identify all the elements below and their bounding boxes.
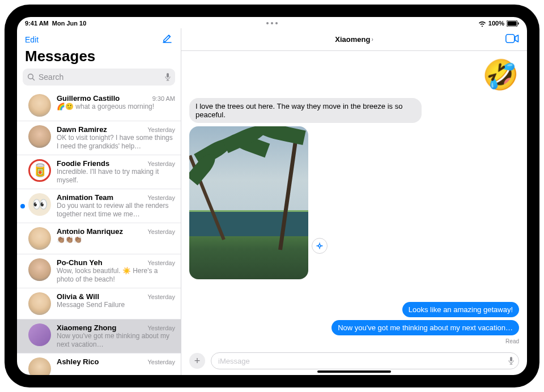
compose-field[interactable]: iMessage [211, 352, 519, 369]
search-field[interactable] [23, 69, 175, 86]
svg-rect-2 [518, 22, 519, 24]
conversation-name: Dawn Ramirez [57, 125, 107, 134]
conversation-list: Guillermo Castillo9:30 AM🌈🙂 what a gorge… [17, 90, 181, 375]
emoji-message: 🤣 [189, 58, 519, 92]
svg-rect-7 [510, 357, 512, 361]
compose-button[interactable] [162, 33, 173, 46]
conversation-row[interactable]: Olivia & WillYesterdayMessage Send Failu… [17, 288, 181, 319]
facetime-button[interactable] [505, 34, 519, 45]
conversation-preview: Now you've got me thinking about my next… [57, 332, 175, 349]
avatar [28, 323, 51, 346]
conversation-name: Xiaomeng Zhong [57, 323, 116, 332]
conversation-row[interactable]: Xiaomeng ZhongYesterdayNow you've got me… [17, 319, 181, 353]
conversation-name: Ashley Rico [57, 357, 99, 366]
main-pane: Xiaomeng › 🤣 I love the trees out here. … [181, 28, 527, 375]
photo-attachment[interactable] [189, 126, 308, 279]
conversation-preview: Wow, looks beautiful. ☀️ Here's a photo … [57, 267, 175, 284]
incoming-bubble: I love the trees out here. The way they … [189, 98, 422, 123]
search-input[interactable] [39, 73, 162, 82]
conversation-preview: OK to visit tonight? I have some things … [57, 134, 175, 151]
avatar [28, 227, 51, 250]
wifi-icon [478, 20, 486, 27]
home-indicator[interactable] [317, 370, 391, 373]
svg-rect-6 [506, 34, 515, 42]
video-icon [505, 34, 519, 43]
edit-button[interactable]: Edit [25, 35, 39, 44]
conversation-row[interactable]: Guillermo Castillo9:30 AM🌈🙂 what a gorge… [17, 90, 181, 121]
conversation-row[interactable]: 👀Animation TeamYesterdayDo you want to r… [17, 189, 181, 223]
dictation-icon[interactable] [508, 357, 514, 365]
conversation-name: Animation Team [57, 193, 113, 202]
avatar [28, 258, 51, 281]
battery-icon [507, 20, 519, 27]
compose-placeholder: iMessage [218, 357, 250, 365]
avatar: 🥫 [28, 159, 51, 182]
add-attachment-button[interactable]: + [189, 353, 205, 369]
conversation-time: Yesterday [147, 160, 175, 167]
conversation-name: Foodie Friends [57, 159, 109, 168]
conversation-header: Xiaomeng › [181, 28, 527, 51]
conversation-time: Yesterday [147, 325, 175, 331]
conversation-row[interactable]: 🥫Foodie FriendsYesterdayIncredible. I'll… [17, 155, 181, 189]
conversation-row[interactable]: Dawn RamirezYesterdayOK to visit tonight… [17, 121, 181, 155]
conversation-time: Yesterday [147, 126, 175, 133]
conversation-preview: Do you want to review all the renders to… [57, 202, 175, 219]
unread-dot [20, 204, 25, 208]
avatar [28, 357, 51, 375]
device-frame: 9:41 AM Mon Jun 10 100% Edit Messages [5, 5, 539, 387]
multitask-indicator[interactable] [266, 22, 278, 24]
conversation-time: Yesterday [147, 359, 175, 365]
conversation-preview: 🌈🙂 what a gorgeous morning! [57, 103, 175, 111]
share-icon [316, 242, 324, 250]
conversation-name: Olivia & Will [57, 292, 99, 301]
contact-name-button[interactable]: Xiaomeng › [335, 35, 373, 44]
sidebar: Edit Messages Guillermo Castillo9:30 AM🌈… [17, 28, 181, 375]
conversation-time: Yesterday [147, 228, 175, 235]
sidebar-title: Messages [17, 48, 181, 69]
avatar [28, 125, 51, 148]
conversation-time: 9:30 AM [152, 95, 175, 102]
conversation-time: Yesterday [147, 293, 175, 300]
plus-icon: + [194, 355, 201, 367]
conversation-preview: 👏🏽👏🏽👏🏽 [57, 236, 175, 244]
conversation-preview: Incredible. I'll have to try making it m… [57, 168, 175, 185]
svg-rect-5 [167, 73, 169, 78]
avatar: 👀 [28, 193, 51, 216]
avatar [28, 292, 51, 315]
conversation-name: Guillermo Castillo [57, 94, 120, 103]
status-bar: 9:41 AM Mon Jun 10 100% [17, 17, 527, 28]
dictation-icon[interactable] [165, 73, 171, 81]
svg-rect-1 [508, 21, 517, 25]
conversation-time: Yesterday [147, 259, 175, 266]
share-button[interactable] [312, 238, 328, 254]
conversation-area: 🤣 I love the trees out here. The way the… [181, 51, 527, 351]
avatar [28, 94, 51, 117]
conversation-row[interactable]: Ashley RicoYesterday [17, 353, 181, 375]
conversation-name: Po-Chun Yeh [57, 258, 103, 267]
contact-name: Xiaomeng [335, 35, 370, 44]
status-date: Mon Jun 10 [52, 20, 87, 27]
outgoing-bubble-1: Looks like an amazing getaway! [402, 302, 519, 317]
screen: 9:41 AM Mon Jun 10 100% Edit Messages [17, 17, 527, 375]
conversation-time: Yesterday [147, 194, 175, 201]
conversation-preview: Message Send Failure [57, 301, 175, 309]
compose-icon [162, 33, 173, 44]
conversation-row[interactable]: Antonio ManriquezYesterday👏🏽👏🏽👏🏽 [17, 223, 181, 254]
read-receipt: Read [505, 338, 519, 344]
chevron-right-icon: › [371, 36, 373, 42]
search-icon [27, 73, 35, 81]
battery-percent: 100% [488, 20, 504, 27]
conversation-row[interactable]: Po-Chun YehYesterdayWow, looks beautiful… [17, 254, 181, 288]
svg-line-4 [32, 78, 34, 80]
outgoing-bubble-2: Now you've got me thinking about my next… [332, 320, 519, 335]
conversation-name: Antonio Manriquez [57, 227, 123, 236]
status-time: 9:41 AM [25, 20, 49, 27]
